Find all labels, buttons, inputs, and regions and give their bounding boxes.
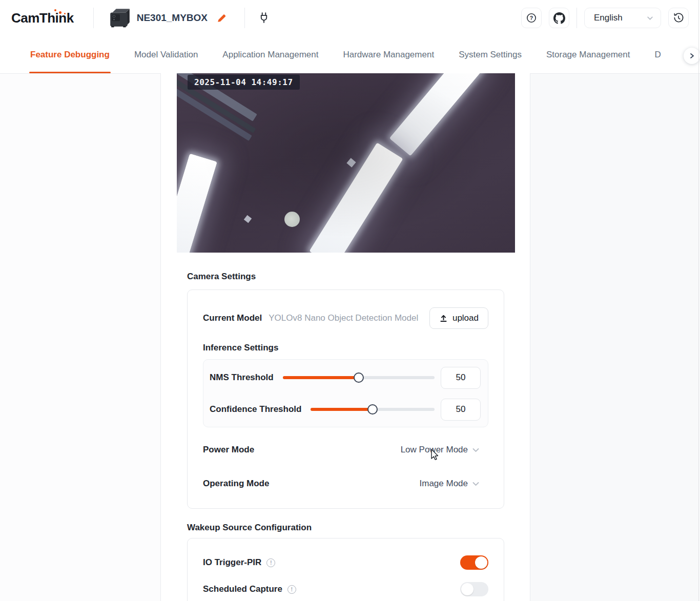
scheduled-capture-toggle[interactable] [460,582,488,596]
app-header: CamThink NE301_MYBOX [0,0,700,36]
camera-settings-card: Current Model YOLOv8 Nano Object Detecti… [187,289,504,509]
nms-threshold-row: NMS Threshold 50 [210,362,481,393]
logo-text: CamThink [11,10,74,26]
slider-handle[interactable] [367,404,378,415]
operating-mode-row: Operating Mode Image Mode [203,478,488,490]
window-edge [698,0,699,601]
history-button[interactable] [668,8,689,28]
connection-status-button[interactable] [255,9,273,27]
tab-feature-debugging[interactable]: Feature Debugging [30,36,110,73]
power-mode-select[interactable]: Low Power Mode [401,445,480,455]
right-margin-panel [530,73,700,601]
header-actions: ? English [521,8,689,28]
edit-device-name-button[interactable] [213,9,230,27]
wakeup-config-title: Wakeup Source Configuration [187,523,504,533]
device-name: NE301_MYBOX [137,12,208,24]
github-button[interactable] [549,8,569,28]
github-icon [553,12,565,24]
power-mode-row: Power Mode Low Power Mode [203,444,488,456]
pencil-icon [216,13,227,24]
confidence-threshold-row: Confidence Threshold 50 [210,393,481,425]
plug-icon [258,12,270,24]
slider-handle[interactable] [354,372,364,383]
language-select[interactable]: English [584,8,661,28]
current-model-label: Current Model [203,313,262,323]
confidence-threshold-value-input[interactable]: 50 [441,399,481,421]
page: CamThink NE301_MYBOX [0,0,700,601]
tab-system-settings[interactable]: System Settings [459,36,522,73]
operating-mode-select[interactable]: Image Mode [420,479,480,489]
toggle-knob [461,583,473,595]
tab-hardware-management[interactable]: Hardware Management [343,36,434,73]
main-nav-tabs: Feature Debugging Model Validation Appli… [0,36,700,73]
help-icon: ? [526,12,537,24]
history-icon [673,12,684,24]
language-value: English [594,13,643,23]
current-model-value: YOLOv8 Nano Object Detection Model [269,313,418,323]
confidence-threshold-label: Confidence Threshold [210,404,301,415]
nms-threshold-label: NMS Threshold [210,372,274,383]
content-area: 2025-11-04 14:49:17 Camera Settings Curr… [0,73,700,601]
tab-application-management[interactable]: Application Management [222,36,318,73]
device-thumbnail-image [108,7,132,29]
inference-settings-panel: NMS Threshold 50 Confidence Threshold [203,359,488,427]
confidence-threshold-slider[interactable] [311,404,435,415]
toggle-knob [475,556,487,569]
scheduled-capture-label: Scheduled Capture [203,584,282,594]
device-group: NE301_MYBOX [94,7,244,29]
camera-preview-image: 2025-11-04 14:49:17 [177,73,515,253]
chevron-down-icon [647,15,653,22]
upload-icon [439,314,448,323]
io-trigger-pir-label: IO Trigger-PIR [203,557,261,568]
nms-threshold-value-input[interactable]: 50 [441,367,481,389]
svg-text:?: ? [530,15,533,21]
camthink-logo: CamThink [11,10,78,26]
tab-storage-management[interactable]: Storage Management [546,36,630,73]
io-trigger-pir-row: IO Trigger-PIR ! [203,555,488,570]
tab-model-validation[interactable]: Model Validation [134,36,198,73]
operating-mode-label: Operating Mode [203,479,269,489]
info-icon[interactable]: ! [287,585,296,594]
power-mode-label: Power Mode [203,445,254,455]
help-button[interactable]: ? [521,8,542,28]
upload-button-label: upload [452,313,479,323]
vignette-overlay [177,73,515,253]
chevron-right-icon [688,52,695,59]
logo-dot [64,13,66,14]
nms-threshold-slider[interactable] [283,372,435,383]
info-icon[interactable]: ! [266,558,275,567]
chevron-down-icon [472,446,480,454]
tabs-scroll-right-button[interactable] [684,48,700,64]
timestamp-badge: 2025-11-04 14:49:17 [188,75,300,90]
inference-settings-title: Inference Settings [203,343,488,353]
logo-dot [59,11,61,14]
io-trigger-pir-toggle[interactable] [460,555,488,570]
chevron-down-icon [472,480,480,488]
slider-fill [283,376,359,379]
header-divider [577,8,577,28]
upload-model-button[interactable]: upload [429,307,488,329]
left-margin-panel [0,73,161,601]
camera-settings-title: Camera Settings [187,272,504,282]
logo-dot [54,9,56,11]
scheduled-capture-row: Scheduled Capture ! [203,582,488,596]
header-divider [244,8,245,28]
tab-clipped[interactable]: D [654,36,661,73]
operating-mode-value: Image Mode [420,479,468,489]
feature-debugging-panel: 2025-11-04 14:49:17 Camera Settings Curr… [161,73,530,601]
slider-fill [311,408,373,411]
power-mode-value: Low Power Mode [401,445,468,455]
current-model-row: Current Model YOLOv8 Nano Object Detecti… [203,307,488,329]
wakeup-config-card: IO Trigger-PIR ! Scheduled Capture ! [187,538,504,601]
